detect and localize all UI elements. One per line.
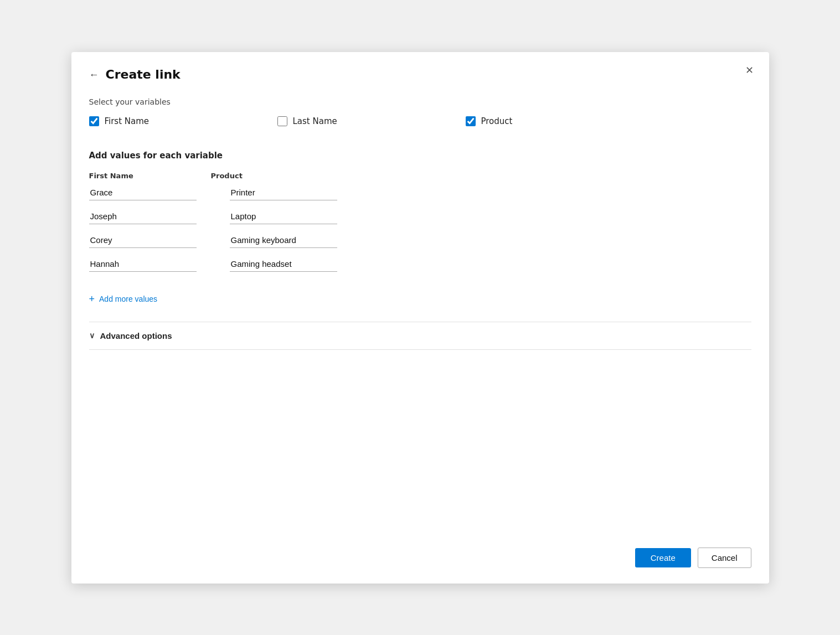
values-table: First Name Product [89,172,751,281]
variables-section: Select your variables First Name Last Na… [89,97,751,144]
checkbox-product-label: Product [481,116,513,126]
first-name-input-1[interactable] [89,185,197,200]
first-name-input-3[interactable] [89,233,197,248]
table-row [89,257,751,280]
back-arrow-icon: ← [89,70,99,80]
product-input-1[interactable] [230,185,337,200]
variables-row: First Name Last Name Product [89,116,751,126]
dialog-footer: Create Cancel [635,548,751,568]
first-name-input-4[interactable] [89,257,197,272]
table-row [89,185,751,208]
dialog-title: Create link [106,68,181,81]
add-values-heading: Add values for each variable [89,151,751,161]
values-header-row: First Name Product [89,172,751,180]
first-name-input-2[interactable] [89,209,197,224]
add-more-values-button[interactable]: + Add more values [89,294,158,304]
product-input-2[interactable] [230,209,337,224]
advanced-options-toggle[interactable]: ∨ Advanced options [89,331,172,340]
col-header-product: Product [211,172,333,180]
variables-heading: Select your variables [89,97,751,106]
plus-icon: + [89,294,95,304]
table-row [89,233,751,256]
checkbox-first-name-input[interactable] [89,116,99,126]
create-link-dialog: ← Create link ✕ Select your variables Fi… [71,52,769,584]
checkbox-first-name[interactable]: First Name [89,116,277,126]
checkbox-last-name-label: Last Name [293,116,337,126]
values-rows [89,185,751,281]
product-input-3[interactable] [230,233,337,248]
checkbox-product[interactable]: Product [466,116,654,126]
create-button[interactable]: Create [635,548,691,567]
advanced-options-label: Advanced options [100,331,172,340]
checkbox-last-name-input[interactable] [277,116,287,126]
checkbox-product-input[interactable] [466,116,476,126]
col-header-first-name: First Name [89,172,211,180]
add-more-label: Add more values [99,295,157,303]
advanced-options-section: ∨ Advanced options [89,322,751,350]
checkbox-first-name-label: First Name [105,116,150,126]
close-button[interactable]: ✕ [743,63,756,78]
table-row [89,209,751,232]
back-button[interactable]: ← [89,68,104,82]
product-input-4[interactable] [230,257,337,272]
dialog-header: ← Create link [89,68,751,82]
checkbox-last-name[interactable]: Last Name [277,116,466,126]
values-section: Add values for each variable First Name … [89,151,751,322]
cancel-button[interactable]: Cancel [698,548,751,568]
chevron-down-icon: ∨ [89,331,95,340]
